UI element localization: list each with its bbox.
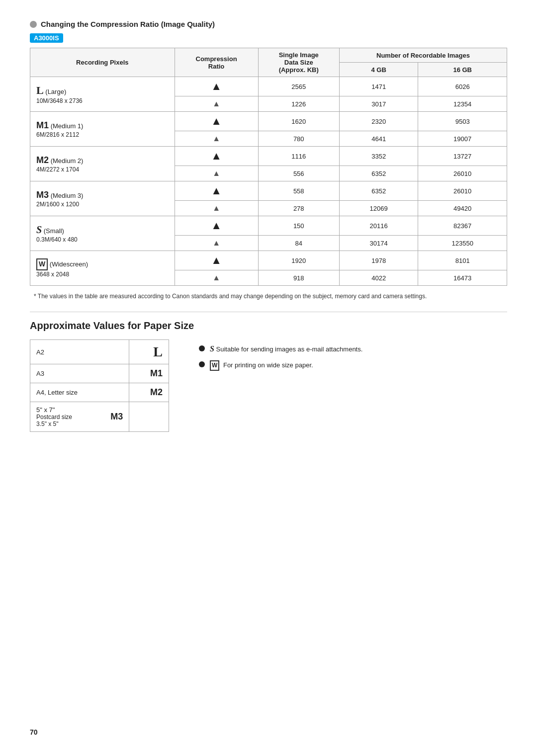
paper-size-container: A2 L A3 M1 A4, Letter size M2	[30, 339, 179, 432]
pixel-M2: M2 (Medium 2) 4M/2272 x 1704	[30, 147, 175, 181]
16gb-val: 16473	[418, 270, 507, 286]
paper-row-A2: A2 L	[30, 340, 169, 364]
section-heading: Changing the Compression Ratio (Image Qu…	[30, 20, 507, 28]
4gb-val: 12069	[339, 201, 418, 216]
paper-marker-L: L	[129, 340, 169, 364]
4gb-val: 20116	[339, 216, 418, 236]
compression-table: Recording Pixels Compression Ratio Singl…	[30, 48, 507, 286]
data-size: 1116	[258, 147, 339, 166]
paper-label-A4: A4, Letter size	[30, 383, 129, 402]
comp-icon-small: ▲	[175, 131, 258, 147]
paper-row-5x7: 5" x 7" M3 Postcard size3.5" x 5"	[30, 402, 169, 432]
4gb-val: 4022	[339, 270, 418, 286]
paper-label-A3: A3	[30, 364, 129, 383]
col-4gb: 4 GB	[339, 63, 418, 77]
comp-icon-large: ▲	[175, 216, 258, 236]
table-row: M3 (Medium 3) 2M/1600 x 1200 ▲ 558 6352 …	[30, 181, 507, 201]
col-num-recordable: Number of Recordable Images	[339, 48, 507, 63]
4gb-val: 3017	[339, 96, 418, 112]
16gb-val: 82367	[418, 216, 507, 236]
16gb-val: 26010	[418, 181, 507, 201]
heading-bullet	[30, 21, 37, 28]
table-row: S (Small) 0.3M/640 x 480 ▲ 150 20116 823…	[30, 216, 507, 236]
data-size: 780	[258, 131, 339, 147]
paper-marker-M3	[129, 402, 169, 432]
page-number: 70	[30, 728, 38, 736]
4gb-val: 1978	[339, 251, 418, 270]
col-recording-pixels: Recording Pixels	[30, 48, 175, 77]
note-text-S: S Suitable for sending images as e-mail …	[210, 344, 362, 353]
16gb-val: 8101	[418, 251, 507, 270]
4gb-val: 4641	[339, 131, 418, 147]
col-single-image: Single ImageData Size(Approx. KB)	[258, 48, 339, 77]
note-bullet-W	[199, 361, 205, 367]
data-size: 558	[258, 181, 339, 201]
16gb-val: 26010	[418, 166, 507, 181]
table-note: The values in the table are measured acc…	[30, 293, 507, 300]
comp-icon-large: ▲	[175, 181, 258, 201]
note-W: W For printing on wide size paper.	[199, 360, 507, 371]
model-badge: A3000IS	[30, 33, 507, 48]
table-row: M1 (Medium 1) 6M/2816 x 2112 ▲ 1620 2320…	[30, 112, 507, 131]
4gb-val: 2320	[339, 112, 418, 131]
data-size: 1920	[258, 251, 339, 270]
comp-icon-large: ▲	[175, 251, 258, 270]
comp-icon-small: ▲	[175, 270, 258, 286]
comp-icon-small: ▲	[175, 96, 258, 112]
note-S: S Suitable for sending images as e-mail …	[199, 344, 507, 353]
pixel-S: S (Small) 0.3M/640 x 480	[30, 216, 175, 251]
4gb-val: 30174	[339, 236, 418, 251]
data-size: 918	[258, 270, 339, 286]
paper-marker-M1: M1	[129, 364, 169, 383]
comp-icon-small: ▲	[175, 166, 258, 181]
comp-icon-large: ▲	[175, 112, 258, 131]
16gb-val: 6026	[418, 77, 507, 96]
heading-text: Changing the Compression Ratio (Image Qu…	[41, 20, 215, 28]
data-size: 1226	[258, 96, 339, 112]
comp-icon-large: ▲	[175, 147, 258, 166]
data-size: 1620	[258, 112, 339, 131]
approx-content: A2 L A3 M1 A4, Letter size M2	[30, 339, 507, 432]
note-bullet-S	[199, 345, 205, 351]
comp-icon-small: ▲	[175, 236, 258, 251]
col-16gb: 16 GB	[418, 63, 507, 77]
16gb-val: 13727	[418, 147, 507, 166]
paper-row-A3: A3 M1	[30, 364, 169, 383]
approx-heading: Approximate Values for Paper Size	[30, 312, 507, 332]
16gb-val: 9503	[418, 112, 507, 131]
paper-size-table: A2 L A3 M1 A4, Letter size M2	[30, 339, 169, 432]
16gb-val: 123550	[418, 236, 507, 251]
pixel-L: L (Large) 10M/3648 x 2736	[30, 77, 175, 112]
4gb-val: 6352	[339, 181, 418, 201]
note-text-W: W For printing on wide size paper.	[210, 360, 313, 371]
comp-icon-large: ▲	[175, 77, 258, 96]
notes-container: S Suitable for sending images as e-mail …	[199, 339, 507, 371]
data-size: 556	[258, 166, 339, 181]
pixel-M3: M3 (Medium 3) 2M/1600 x 1200	[30, 181, 175, 216]
paper-label-5x7: 5" x 7" M3 Postcard size3.5" x 5"	[30, 402, 129, 432]
paper-row-A4: A4, Letter size M2	[30, 383, 169, 402]
4gb-val: 1471	[339, 77, 418, 96]
data-size: 84	[258, 236, 339, 251]
pixel-W: W (Widescreen) 3648 x 2048	[30, 251, 175, 286]
col-compression-ratio: Compression Ratio	[175, 48, 258, 77]
paper-marker-M2: M2	[129, 383, 169, 402]
16gb-val: 12354	[418, 96, 507, 112]
pixel-M1: M1 (Medium 1) 6M/2816 x 2112	[30, 112, 175, 147]
comp-icon-small: ▲	[175, 201, 258, 216]
table-row: W (Widescreen) 3648 x 2048 ▲ 1920 1978 8…	[30, 251, 507, 270]
data-size: 278	[258, 201, 339, 216]
notes-list: S Suitable for sending images as e-mail …	[199, 344, 507, 371]
4gb-val: 6352	[339, 166, 418, 181]
paper-label-A2: A2	[30, 340, 129, 364]
data-size: 150	[258, 216, 339, 236]
data-size: 2565	[258, 77, 339, 96]
table-row: L (Large) 10M/3648 x 2736 ▲ 2565 1471 60…	[30, 77, 507, 96]
4gb-val: 3352	[339, 147, 418, 166]
table-row: M2 (Medium 2) 4M/2272 x 1704 ▲ 1116 3352…	[30, 147, 507, 166]
16gb-val: 19007	[418, 131, 507, 147]
16gb-val: 49420	[418, 201, 507, 216]
